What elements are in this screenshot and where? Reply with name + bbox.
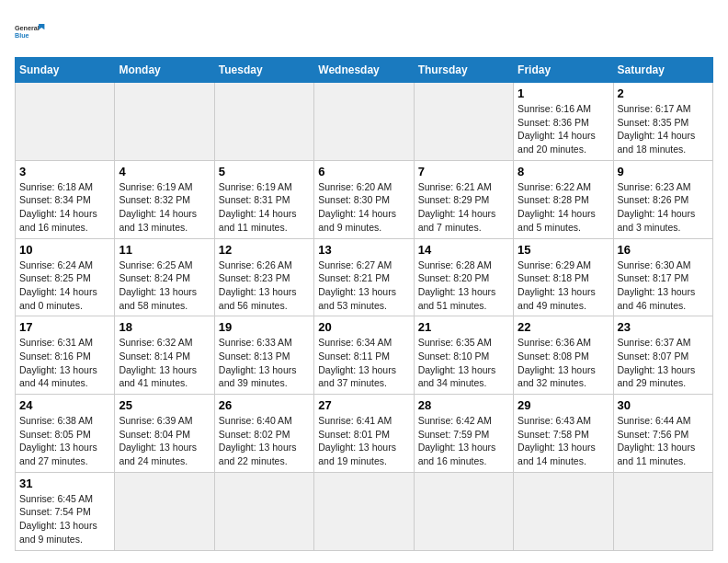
day-number: 24 <box>19 398 110 412</box>
day-number: 20 <box>318 320 409 334</box>
calendar-cell: 23Sunrise: 6:37 AM Sunset: 8:07 PM Dayli… <box>613 316 712 395</box>
calendar-cell <box>613 472 712 550</box>
day-number: 17 <box>19 320 110 334</box>
day-info: Sunrise: 6:31 AM Sunset: 8:16 PM Dayligh… <box>19 336 110 390</box>
day-info: Sunrise: 6:23 AM Sunset: 8:26 PM Dayligh… <box>618 180 709 235</box>
day-number: 16 <box>618 243 709 257</box>
day-number: 23 <box>618 320 709 334</box>
header-wednesday: Wednesday <box>314 58 414 83</box>
day-number: 19 <box>219 320 310 334</box>
day-info: Sunrise: 6:28 AM Sunset: 8:20 PM Dayligh… <box>418 259 509 313</box>
calendar-cell: 1Sunrise: 6:16 AM Sunset: 8:36 PM Daylig… <box>514 83 613 161</box>
header-friday: Friday <box>514 58 613 83</box>
day-info: Sunrise: 6:16 AM Sunset: 8:36 PM Dayligh… <box>518 102 609 156</box>
day-info: Sunrise: 6:42 AM Sunset: 7:59 PM Dayligh… <box>418 414 509 468</box>
day-info: Sunrise: 6:33 AM Sunset: 8:13 PM Dayligh… <box>219 336 310 390</box>
calendar-cell: 16Sunrise: 6:30 AM Sunset: 8:17 PM Dayli… <box>613 238 712 316</box>
day-info: Sunrise: 6:18 AM Sunset: 8:34 PM Dayligh… <box>19 180 110 235</box>
day-number: 12 <box>219 243 310 257</box>
calendar-cell: 14Sunrise: 6:28 AM Sunset: 8:20 PM Dayli… <box>414 238 513 316</box>
svg-text:General: General <box>15 24 40 32</box>
day-number: 29 <box>518 398 609 412</box>
calendar-cell: 30Sunrise: 6:44 AM Sunset: 7:56 PM Dayli… <box>613 395 712 473</box>
day-info: Sunrise: 6:17 AM Sunset: 8:35 PM Dayligh… <box>618 102 709 156</box>
day-info: Sunrise: 6:22 AM Sunset: 8:28 PM Dayligh… <box>518 180 609 235</box>
calendar-cell: 13Sunrise: 6:27 AM Sunset: 8:21 PM Dayli… <box>314 238 414 316</box>
day-number: 9 <box>618 165 709 178</box>
day-info: Sunrise: 6:19 AM Sunset: 8:31 PM Dayligh… <box>219 180 310 235</box>
day-number: 30 <box>618 398 709 412</box>
day-info: Sunrise: 6:44 AM Sunset: 7:56 PM Dayligh… <box>618 414 709 468</box>
day-number: 15 <box>518 243 609 257</box>
day-info: Sunrise: 6:38 AM Sunset: 8:05 PM Dayligh… <box>19 414 110 468</box>
header-monday: Monday <box>115 58 214 83</box>
calendar-cell: 10Sunrise: 6:24 AM Sunset: 8:25 PM Dayli… <box>16 238 115 316</box>
day-number: 2 <box>618 86 709 100</box>
calendar-cell <box>115 472 214 550</box>
calendar-week-4: 17Sunrise: 6:31 AM Sunset: 8:16 PM Dayli… <box>16 316 713 395</box>
day-number: 5 <box>219 165 310 178</box>
logo: GeneralBlue <box>15 15 48 48</box>
day-info: Sunrise: 6:19 AM Sunset: 8:32 PM Dayligh… <box>119 180 210 235</box>
day-number: 18 <box>119 320 210 334</box>
day-info: Sunrise: 6:20 AM Sunset: 8:30 PM Dayligh… <box>318 180 409 235</box>
calendar-cell <box>414 83 513 161</box>
calendar-cell <box>514 472 613 550</box>
day-number: 3 <box>19 165 110 178</box>
day-info: Sunrise: 6:32 AM Sunset: 8:14 PM Dayligh… <box>119 336 210 390</box>
calendar-cell: 18Sunrise: 6:32 AM Sunset: 8:14 PM Dayli… <box>115 316 214 395</box>
svg-marker-2 <box>39 24 44 29</box>
calendar-cell <box>314 472 414 550</box>
day-number: 26 <box>219 398 310 412</box>
day-info: Sunrise: 6:29 AM Sunset: 8:18 PM Dayligh… <box>518 259 609 313</box>
calendar-cell: 22Sunrise: 6:36 AM Sunset: 8:08 PM Dayli… <box>514 316 613 395</box>
day-number: 22 <box>518 320 609 334</box>
day-number: 6 <box>318 165 409 178</box>
day-info: Sunrise: 6:34 AM Sunset: 8:11 PM Dayligh… <box>318 336 409 390</box>
calendar-cell: 2Sunrise: 6:17 AM Sunset: 8:35 PM Daylig… <box>613 83 712 161</box>
calendar-week-6: 31Sunrise: 6:45 AM Sunset: 7:54 PM Dayli… <box>16 472 713 550</box>
day-info: Sunrise: 6:39 AM Sunset: 8:04 PM Dayligh… <box>119 414 210 468</box>
day-number: 21 <box>418 320 509 334</box>
header-sunday: Sunday <box>16 58 115 83</box>
calendar-week-2: 3Sunrise: 6:18 AM Sunset: 8:34 PM Daylig… <box>16 160 713 238</box>
calendar-cell: 4Sunrise: 6:19 AM Sunset: 8:32 PM Daylig… <box>115 160 214 238</box>
day-info: Sunrise: 6:27 AM Sunset: 8:21 PM Dayligh… <box>318 259 409 313</box>
calendar-cell: 27Sunrise: 6:41 AM Sunset: 8:01 PM Dayli… <box>314 395 414 473</box>
svg-text:Blue: Blue <box>15 31 29 40</box>
calendar-cell <box>314 83 414 161</box>
day-info: Sunrise: 6:21 AM Sunset: 8:29 PM Dayligh… <box>418 180 509 235</box>
calendar-week-1: 1Sunrise: 6:16 AM Sunset: 8:36 PM Daylig… <box>16 83 713 161</box>
logo-icon: GeneralBlue <box>15 15 48 48</box>
header-thursday: Thursday <box>414 58 513 83</box>
calendar-cell <box>115 83 214 161</box>
calendar-header-row: SundayMondayTuesdayWednesdayThursdayFrid… <box>16 58 713 83</box>
day-info: Sunrise: 6:37 AM Sunset: 8:07 PM Dayligh… <box>618 336 709 390</box>
day-info: Sunrise: 6:25 AM Sunset: 8:24 PM Dayligh… <box>119 259 210 313</box>
header-tuesday: Tuesday <box>214 58 313 83</box>
day-number: 27 <box>318 398 409 412</box>
day-number: 14 <box>418 243 509 257</box>
day-info: Sunrise: 6:35 AM Sunset: 8:10 PM Dayligh… <box>418 336 509 390</box>
calendar-cell: 15Sunrise: 6:29 AM Sunset: 8:18 PM Dayli… <box>514 238 613 316</box>
day-info: Sunrise: 6:41 AM Sunset: 8:01 PM Dayligh… <box>318 414 409 468</box>
calendar-cell <box>214 472 313 550</box>
day-number: 1 <box>518 86 609 100</box>
calendar-cell: 29Sunrise: 6:43 AM Sunset: 7:58 PM Dayli… <box>514 395 613 473</box>
day-number: 13 <box>318 243 409 257</box>
calendar-cell: 28Sunrise: 6:42 AM Sunset: 7:59 PM Dayli… <box>414 395 513 473</box>
calendar-cell: 12Sunrise: 6:26 AM Sunset: 8:23 PM Dayli… <box>214 238 313 316</box>
calendar-table: SundayMondayTuesdayWednesdayThursdayFrid… <box>15 57 713 551</box>
day-info: Sunrise: 6:36 AM Sunset: 8:08 PM Dayligh… <box>518 336 609 390</box>
calendar-cell: 7Sunrise: 6:21 AM Sunset: 8:29 PM Daylig… <box>414 160 513 238</box>
header: GeneralBlue <box>15 15 713 48</box>
calendar-cell: 9Sunrise: 6:23 AM Sunset: 8:26 PM Daylig… <box>613 160 712 238</box>
calendar-week-5: 24Sunrise: 6:38 AM Sunset: 8:05 PM Dayli… <box>16 395 713 473</box>
calendar-cell: 19Sunrise: 6:33 AM Sunset: 8:13 PM Dayli… <box>214 316 313 395</box>
header-saturday: Saturday <box>613 58 712 83</box>
calendar-cell: 20Sunrise: 6:34 AM Sunset: 8:11 PM Dayli… <box>314 316 414 395</box>
calendar-cell <box>214 83 313 161</box>
calendar-cell: 31Sunrise: 6:45 AM Sunset: 7:54 PM Dayli… <box>16 472 115 550</box>
day-number: 4 <box>119 165 210 178</box>
day-number: 11 <box>119 243 210 257</box>
